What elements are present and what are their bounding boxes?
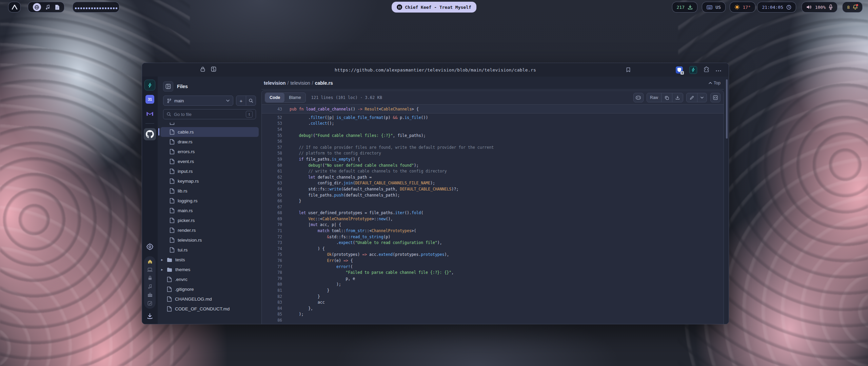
code-line-68[interactable]: 68let user_defined_prototypes = file_pat… (262, 210, 724, 216)
code-line-63[interactable]: 63config_dir.join(DEFAULT_CABLE_CHANNELS… (262, 180, 724, 186)
code-line-73[interactable]: 73.expect("Unable to read configuration … (262, 240, 724, 246)
notifications-widget[interactable]: 8 (842, 2, 863, 13)
code-line-84[interactable]: 84}, (262, 305, 724, 311)
line-number[interactable]: 81 (262, 288, 290, 293)
extensions-puzzle-icon[interactable] (704, 66, 709, 74)
music-app-button[interactable] (45, 4, 50, 10)
workspace-notes-icon[interactable] (147, 301, 152, 306)
line-number[interactable]: 82 (262, 294, 290, 299)
line-number[interactable]: 71 (262, 228, 290, 233)
clock-widget[interactable]: 21:04:05 (757, 2, 796, 13)
code-line-79[interactable]: 79p, e (262, 276, 724, 282)
code-line-85[interactable]: 85); (262, 311, 724, 318)
workspace-music-icon[interactable] (148, 284, 152, 289)
code-line-74[interactable]: 74) { (262, 246, 724, 252)
downloads-icon[interactable] (146, 313, 153, 321)
code-line-57[interactable]: 57// If no cable provider files are foun… (262, 144, 724, 150)
back-to-top-link[interactable]: Top (709, 81, 721, 85)
workspace-lock-icon[interactable] (148, 276, 152, 280)
tab-code[interactable]: Code (265, 93, 284, 102)
line-number[interactable]: 54 (262, 127, 290, 132)
now-playing-widget[interactable]: Chief Keef - Treat Myself (392, 2, 476, 13)
code-line-67[interactable]: 67 (262, 204, 724, 210)
line-number[interactable]: 73 (262, 240, 290, 245)
line-number[interactable]: 52 (262, 115, 290, 120)
browser-menu-icon[interactable] (716, 67, 721, 73)
line-number[interactable]: 75 (262, 252, 290, 257)
copilot-button[interactable] (633, 93, 644, 102)
pinned-tab-calendar[interactable]: 31 (145, 95, 154, 104)
browser-urlbar[interactable]: https://github.com/alexpasmantier/televi… (142, 63, 729, 77)
tree-row-main.rs[interactable]: main.rs (160, 206, 259, 216)
line-number[interactable]: 67 (262, 205, 290, 209)
pinned-tab-lightning[interactable] (144, 80, 155, 90)
new-file-button[interactable]: + (236, 96, 246, 105)
tree-row-tui.rs[interactable]: tui.rs (160, 245, 259, 255)
bookmark-icon[interactable] (626, 63, 631, 77)
line-number[interactable]: 59 (262, 157, 290, 162)
code-line-52[interactable]: 52.filter(|p| is_cable_file_format(p) &&… (262, 115, 724, 121)
lightning-extension-icon[interactable] (689, 66, 697, 74)
line-number[interactable]: 79 (262, 276, 290, 281)
code-line-86[interactable]: 86 (262, 317, 724, 323)
tree-row-.gitignore[interactable]: .gitignore (160, 284, 259, 294)
copy-raw-button[interactable] (662, 93, 672, 102)
workspace-home-icon[interactable] (147, 259, 153, 264)
code-line-78[interactable]: 78"Failed to parse cable channel file {:… (262, 269, 724, 276)
code-line-61[interactable]: 61// write the default cable channels to… (262, 168, 724, 174)
download-raw-button[interactable] (672, 93, 683, 102)
line-number[interactable]: 77 (262, 264, 290, 269)
settings-gear-icon[interactable] (146, 243, 154, 252)
symbols-panel-button[interactable] (710, 93, 721, 102)
code-line-72[interactable]: 72&std::fs::read_to_string(p) (262, 234, 724, 240)
search-files-button[interactable] (246, 96, 256, 105)
tree-row-input.rs[interactable]: input.rs (160, 166, 259, 176)
code-line-54[interactable]: 54 (262, 126, 724, 133)
code-line-60[interactable]: 60debug!("No user defined cable channels… (262, 162, 724, 168)
line-number[interactable]: 84 (262, 306, 290, 311)
workspace-briefcase-icon[interactable] (147, 293, 153, 297)
line-number[interactable]: 78 (262, 270, 290, 275)
line-number[interactable]: 68 (262, 210, 290, 215)
pinned-tab-mail[interactable] (144, 108, 155, 119)
code-line-82[interactable]: 82} (262, 293, 724, 300)
code-lines[interactable]: 52.filter(|p| is_cable_file_format(p) &&… (262, 114, 724, 324)
line-number[interactable]: 43 (262, 107, 290, 111)
tree-row-errors.rs[interactable]: errors.rs (160, 147, 259, 157)
breadcrumb-repo-link[interactable]: television (264, 80, 286, 86)
code-line-65[interactable]: 65file_paths.push(default_channels_path)… (262, 192, 724, 198)
weather-widget[interactable]: 17° (730, 2, 755, 13)
code-line-59[interactable]: 59if file_paths.is_empty() { (262, 156, 724, 162)
tree-row-tests[interactable]: ▸tests (160, 255, 259, 265)
code-line-55[interactable]: 55debug!("Found cable channel files: {:?… (262, 133, 724, 139)
line-number[interactable]: 58 (262, 151, 290, 156)
tree-row-logging.rs[interactable]: logging.rs (160, 196, 259, 206)
tree-row-CHANGELOG.md[interactable]: CHANGELOG.md (160, 294, 259, 304)
code-line-80[interactable]: 80); (262, 282, 724, 288)
browser-app-button[interactable] (33, 3, 41, 11)
code-line-53[interactable]: 53.collect(); (262, 121, 724, 127)
code-line-58[interactable]: 58// platform to the config directory (262, 150, 724, 157)
updates-widget[interactable]: 217 (672, 2, 697, 13)
line-number[interactable]: 61 (262, 169, 290, 174)
line-number[interactable]: 57 (262, 145, 290, 150)
line-number[interactable]: 64 (262, 187, 290, 191)
tree-row-lib.rs[interactable]: lib.rs (160, 186, 259, 196)
code-line-83[interactable]: 83acc (262, 299, 724, 305)
url-text[interactable]: https://github.com/alexpasmantier/televi… (142, 63, 729, 77)
code-line-70[interactable]: 70|mut acc, p| { (262, 222, 724, 228)
line-number[interactable]: 69 (262, 217, 290, 221)
line-number[interactable]: 65 (262, 193, 290, 198)
code-line-75[interactable]: 75Ok(prototypes) => acc.extend(prototype… (262, 252, 724, 258)
tree-row-television.rs[interactable]: television.rs (160, 235, 259, 245)
line-number[interactable]: 60 (262, 163, 290, 168)
goto-file-input[interactable]: Go to file t (163, 109, 256, 119)
tree-row-.envrc[interactable]: .envrc (160, 274, 259, 284)
line-number[interactable]: 76 (262, 258, 290, 263)
edit-dropdown-button[interactable] (697, 93, 707, 102)
code-line-71[interactable]: 71match toml::from_str::<ChannelPrototyp… (262, 228, 724, 234)
code-line-66[interactable]: 66} (262, 198, 724, 204)
line-number[interactable]: 83 (262, 300, 290, 305)
line-number[interactable]: 80 (262, 282, 290, 287)
line-number[interactable]: 72 (262, 235, 290, 239)
